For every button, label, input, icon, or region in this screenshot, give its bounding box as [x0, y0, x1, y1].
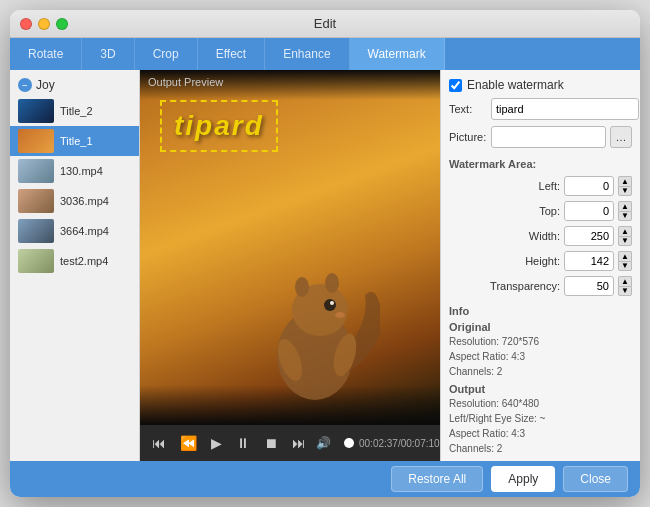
thumbnail-130	[18, 159, 54, 183]
pause-button[interactable]: ⏸	[232, 433, 254, 453]
original-channels: Channels: 2	[449, 364, 632, 379]
output-aspect: Aspect Ratio: 4:3	[449, 426, 632, 441]
transparency-spin-arrows: ▲ ▼	[618, 276, 632, 296]
height-field-row: Height: ▲ ▼	[449, 251, 632, 271]
width-spin-arrows: ▲ ▼	[618, 226, 632, 246]
height-down-arrow[interactable]: ▼	[618, 261, 632, 271]
transparency-down-arrow[interactable]: ▼	[618, 286, 632, 296]
width-label: Width:	[500, 230, 560, 242]
skip-start-button[interactable]: ⏮	[148, 433, 170, 453]
top-label: Top:	[500, 205, 560, 217]
transparency-up-arrow[interactable]: ▲	[618, 276, 632, 286]
sidebar-item-3036[interactable]: 3036.mp4	[10, 186, 139, 216]
enable-watermark-checkbox[interactable]	[449, 79, 462, 92]
output-channels: Channels: 2	[449, 441, 632, 456]
watermark-text: tipard	[174, 110, 264, 141]
top-down-arrow[interactable]: ▼	[618, 211, 632, 221]
speaker-icon: 🔊	[316, 436, 331, 450]
titlebar: Edit	[10, 10, 640, 38]
sidebar-item-3664[interactable]: 3664.mp4	[10, 216, 139, 246]
restore-all-button[interactable]: Restore All	[391, 466, 483, 492]
play-button[interactable]: ▶	[207, 433, 226, 453]
top-spin-arrows: ▲ ▼	[618, 201, 632, 221]
left-up-arrow[interactable]: ▲	[618, 176, 632, 186]
sidebar: − Joy Title_2 Title_1 130.mp4 3036.mp4	[10, 70, 140, 461]
thumbnail-test2	[18, 249, 54, 273]
left-down-arrow[interactable]: ▼	[618, 186, 632, 196]
sidebar-item-title1[interactable]: Title_1	[10, 126, 139, 156]
tab-3d[interactable]: 3D	[82, 38, 134, 70]
output-resolution: Resolution: 640*480	[449, 396, 632, 411]
left-input[interactable]	[564, 176, 614, 196]
tab-effect[interactable]: Effect	[198, 38, 265, 70]
output-title: Output	[449, 383, 632, 395]
thumbnail-3664	[18, 219, 54, 243]
progress-thumb[interactable]	[344, 438, 354, 448]
thumbnail-3036	[18, 189, 54, 213]
width-up-arrow[interactable]: ▲	[618, 226, 632, 236]
close-window-button[interactable]	[20, 18, 32, 30]
item-label-3036: 3036.mp4	[60, 195, 109, 207]
transparency-input[interactable]	[564, 276, 614, 296]
preview-area: Output Preview	[140, 70, 440, 461]
height-up-arrow[interactable]: ▲	[618, 251, 632, 261]
preview-label: Output Preview	[148, 76, 223, 88]
item-label-title1: Title_1	[60, 135, 93, 147]
width-input[interactable]	[564, 226, 614, 246]
left-field-row: Left: ▲ ▼	[449, 176, 632, 196]
height-label: Height:	[500, 255, 560, 267]
sidebar-item-130[interactable]: 130.mp4	[10, 156, 139, 186]
svg-point-2	[324, 299, 336, 311]
picture-field-label: Picture:	[449, 131, 487, 143]
item-label-3664: 3664.mp4	[60, 225, 109, 237]
picture-browse-button[interactable]: …	[610, 126, 632, 148]
tab-crop[interactable]: Crop	[135, 38, 198, 70]
playback-controls: ⏮ ⏪ ▶ ⏸ ⏹ ⏭ 🔊 00:02:37/00:07:10	[140, 425, 440, 461]
item-label-test2: test2.mp4	[60, 255, 108, 267]
right-panel: Enable watermark Text: T Picture: … Wate…	[440, 70, 640, 461]
picture-field-row: Picture: …	[449, 126, 632, 148]
watermark-overlay[interactable]: tipard	[160, 100, 278, 152]
time-display: 00:02:37/00:07:10	[359, 438, 440, 449]
close-button[interactable]: Close	[563, 466, 628, 492]
top-input[interactable]	[564, 201, 614, 221]
minimize-window-button[interactable]	[38, 18, 50, 30]
window-controls	[20, 18, 68, 30]
sidebar-item-test2[interactable]: test2.mp4	[10, 246, 139, 276]
original-resolution: Resolution: 720*576	[449, 334, 632, 349]
picture-path-input[interactable]	[491, 126, 606, 148]
item-label-130: 130.mp4	[60, 165, 103, 177]
apply-button[interactable]: Apply	[491, 466, 555, 492]
sidebar-item-title2[interactable]: Title_2	[10, 96, 139, 126]
sidebar-group-label: Joy	[36, 78, 55, 92]
transparency-field-row: Transparency: ▲ ▼	[449, 276, 632, 296]
top-field-row: Top: ▲ ▼	[449, 201, 632, 221]
tab-rotate[interactable]: Rotate	[10, 38, 82, 70]
step-back-button[interactable]: ⏪	[176, 433, 201, 453]
thumbnail-title2	[18, 99, 54, 123]
original-aspect: Aspect Ratio: 4:3	[449, 349, 632, 364]
width-down-arrow[interactable]: ▼	[618, 236, 632, 246]
skip-end-button[interactable]: ⏭	[288, 433, 310, 453]
sidebar-group-joy: − Joy	[10, 74, 139, 96]
svg-point-6	[325, 273, 339, 293]
tab-watermark[interactable]: Watermark	[350, 38, 445, 70]
left-spin-arrows: ▲ ▼	[618, 176, 632, 196]
height-spin-arrows: ▲ ▼	[618, 251, 632, 271]
width-field-row: Width: ▲ ▼	[449, 226, 632, 246]
watermark-text-input[interactable]	[491, 98, 639, 120]
original-title: Original	[449, 321, 632, 333]
height-input[interactable]	[564, 251, 614, 271]
tab-enhance[interactable]: Enhance	[265, 38, 349, 70]
window-title: Edit	[314, 16, 336, 31]
bottom-bar: Restore All Apply Close	[10, 461, 640, 497]
stop-button[interactable]: ⏹	[260, 433, 282, 453]
main-window: Edit Rotate 3D Crop Effect Enhance Water…	[10, 10, 640, 497]
main-preview-area: Output Preview	[140, 70, 440, 461]
watermark-area-title: Watermark Area:	[449, 158, 632, 170]
top-up-arrow[interactable]: ▲	[618, 201, 632, 211]
transparency-label: Transparency:	[490, 280, 560, 292]
maximize-window-button[interactable]	[56, 18, 68, 30]
svg-point-3	[330, 301, 334, 305]
tab-bar: Rotate 3D Crop Effect Enhance Watermark	[10, 38, 640, 70]
